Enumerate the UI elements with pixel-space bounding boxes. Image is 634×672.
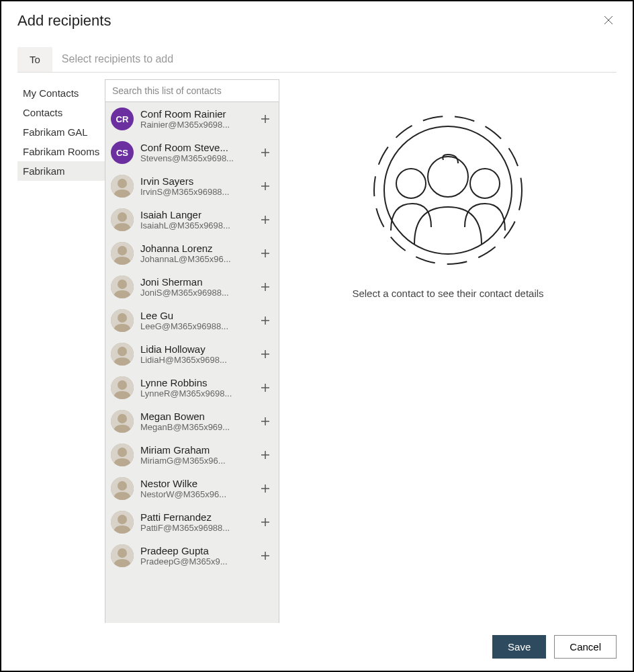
contact-text: Megan BowenMeganB@M365x969... <box>140 411 255 432</box>
plus-icon <box>260 282 271 292</box>
svg-point-56 <box>396 169 426 198</box>
avatar <box>111 242 134 265</box>
save-button[interactable]: Save <box>492 635 546 659</box>
add-contact-button[interactable] <box>257 178 273 194</box>
sidebar-item[interactable]: Fabrikam <box>17 161 105 181</box>
contact-text: Pradeep GuptaPradeepG@M365x9... <box>140 545 255 566</box>
plus-icon <box>260 550 271 561</box>
add-contact-button[interactable] <box>257 212 273 228</box>
contact-row[interactable]: CSConf Room Steve...Stevens@M365x9698... <box>105 136 279 169</box>
contact-row[interactable]: Patti FernandezPattiF@M365x96988... <box>105 505 279 539</box>
sidebar-item[interactable]: My Contacts <box>17 83 105 103</box>
body: My ContactsContactsFabrikam GALFabrikam … <box>1 79 633 623</box>
contact-name: Lidia Holloway <box>140 343 255 355</box>
avatar <box>111 276 134 298</box>
people-placeholder-icon <box>364 106 532 274</box>
plus-icon <box>260 248 271 259</box>
contact-text: Conf Room Steve...Stevens@M365x9698... <box>140 142 255 163</box>
svg-point-23 <box>118 313 127 323</box>
contact-email: NestorW@M365x96... <box>140 489 255 499</box>
plus-icon <box>260 315 271 326</box>
contact-name: Isaiah Langer <box>140 209 255 220</box>
to-field-row: To Select recipients to add <box>17 46 617 73</box>
plus-icon <box>260 214 271 225</box>
contact-row[interactable]: Miriam GrahamMiriamG@M365x96... <box>105 438 279 472</box>
add-contact-button[interactable] <box>257 480 273 497</box>
sidebar-item[interactable]: Contacts <box>17 103 105 122</box>
contact-name: Conf Room Steve... <box>140 142 255 153</box>
add-contact-button[interactable] <box>257 346 273 362</box>
contact-email: LeeG@M365x96988... <box>140 321 255 331</box>
plus-icon <box>260 114 271 124</box>
sidebar-item[interactable]: Fabrikam GAL <box>17 122 105 142</box>
close-button[interactable] <box>600 12 617 30</box>
plus-icon <box>260 450 271 460</box>
contact-name: Pradeep Gupta <box>140 545 255 556</box>
recipients-input[interactable]: Select recipients to add <box>52 46 617 72</box>
sidebar-item[interactable]: Fabrikam Rooms <box>17 142 105 161</box>
contact-row[interactable]: Lee GuLeeG@M365x96988... <box>105 304 279 337</box>
add-contact-button[interactable] <box>257 144 273 161</box>
svg-point-11 <box>118 212 127 222</box>
contact-row[interactable]: Johanna LorenzJohannaL@M365x96... <box>105 237 279 270</box>
svg-point-43 <box>118 481 127 491</box>
contact-text: Joni ShermanJoniS@M365x96988... <box>140 276 255 298</box>
contact-text: Miriam GrahamMiriamG@M365x96... <box>140 444 255 466</box>
contact-text: Johanna LorenzJohannaL@M365x96... <box>140 243 255 264</box>
contact-name: Megan Bowen <box>140 411 255 422</box>
avatar <box>111 544 134 567</box>
svg-point-27 <box>118 347 127 356</box>
contact-row[interactable]: Megan BowenMeganB@M365x969... <box>105 405 279 438</box>
contact-text: Lidia HollowayLidiaH@M365x9698... <box>140 343 255 365</box>
contact-name: Johanna Lorenz <box>140 243 255 254</box>
contact-email: PattiF@M365x96988... <box>140 523 255 533</box>
contact-row[interactable]: Isaiah LangerIsaiahL@M365x9698... <box>105 203 279 237</box>
add-contact-button[interactable] <box>257 413 273 429</box>
add-contact-button[interactable] <box>257 548 273 564</box>
search-contacts-input[interactable]: Search this list of contacts <box>105 80 279 102</box>
plus-icon <box>260 483 271 494</box>
svg-point-31 <box>118 380 127 390</box>
contact-email: LynneR@M365x9698... <box>140 388 255 398</box>
contact-row[interactable]: Lidia HollowayLidiaH@M365x9698... <box>105 337 279 371</box>
add-contact-button[interactable] <box>257 447 273 463</box>
contact-email: LidiaH@M365x9698... <box>140 355 255 365</box>
titlebar: Add recipients <box>1 1 633 36</box>
contact-email: JoniS@M365x96988... <box>140 288 255 298</box>
svg-point-51 <box>118 548 127 558</box>
to-chip[interactable]: To <box>17 47 52 72</box>
contact-details-panel: Select a contact to see their contact de… <box>279 79 617 623</box>
contact-row[interactable]: Irvin SayersIrvinS@M365x96988... <box>105 169 279 203</box>
add-contact-button[interactable] <box>257 380 273 396</box>
svg-point-54 <box>374 116 522 264</box>
contact-row[interactable]: CRConf Room RainierRainier@M365x9698... <box>105 102 279 136</box>
add-contact-button[interactable] <box>257 312 273 329</box>
contact-name: Lynne Robbins <box>140 377 255 388</box>
avatar <box>111 511 134 534</box>
add-contact-button[interactable] <box>257 111 273 127</box>
avatar: CS <box>111 141 134 164</box>
contact-text: Lynne RobbinsLynneR@M365x9698... <box>140 377 255 398</box>
contact-row[interactable]: Joni ShermanJoniS@M365x96988... <box>105 270 279 304</box>
contact-text: Patti FernandezPattiF@M365x96988... <box>140 511 255 533</box>
plus-icon <box>260 416 271 427</box>
add-contact-button[interactable] <box>257 245 273 261</box>
contact-row[interactable]: Pradeep GuptaPradeepG@M365x9... <box>105 539 279 573</box>
plus-icon <box>260 349 271 360</box>
contact-row[interactable]: Lynne RobbinsLynneR@M365x9698... <box>105 371 279 405</box>
add-contact-button[interactable] <box>257 279 273 295</box>
contact-email: PradeepG@M365x9... <box>140 556 255 566</box>
svg-point-58 <box>428 157 468 197</box>
dialog-footer: Save Cancel <box>1 623 633 671</box>
details-placeholder-text: Select a contact to see their contact de… <box>352 288 543 299</box>
cancel-button[interactable]: Cancel <box>554 635 617 659</box>
contact-email: IsaiahL@M365x9698... <box>140 220 255 230</box>
contact-text: Nestor WilkeNestorW@M365x96... <box>140 478 255 499</box>
contacts-list[interactable]: CRConf Room RainierRainier@M365x9698...C… <box>105 102 279 623</box>
avatar <box>111 410 134 433</box>
add-contact-button[interactable] <box>257 514 273 530</box>
contact-name: Conf Room Rainier <box>140 108 255 120</box>
contact-email: MeganB@M365x969... <box>140 422 255 432</box>
contact-row[interactable]: Nestor WilkeNestorW@M365x96... <box>105 472 279 505</box>
contact-email: MiriamG@M365x96... <box>140 456 255 466</box>
